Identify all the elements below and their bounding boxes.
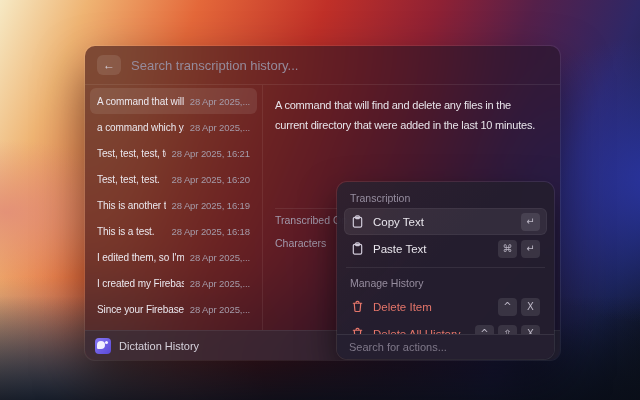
return-key: ↵: [521, 213, 540, 231]
list-item-title: Since your Firebase...: [97, 304, 184, 315]
list-item-title: a command which y...: [97, 122, 184, 133]
action-copy-text[interactable]: Copy Text ↵: [344, 208, 547, 235]
action-label: Copy Text: [373, 216, 512, 228]
list-item[interactable]: A command that will... 28 Apr 2025,...: [90, 88, 257, 114]
list-item-date: 28 Apr 2025, 16:20: [172, 174, 251, 185]
x-key: X: [521, 298, 540, 316]
popup-section-title: Manage History: [344, 273, 547, 293]
actions-search-input[interactable]: Search for actions...: [349, 341, 447, 353]
list-item[interactable]: This is another test. 28 Apr 2025, 16:19: [90, 192, 257, 218]
list-item[interactable]: Test, test, test. 28 Apr 2025, 16:20: [90, 166, 257, 192]
list-item[interactable]: a command which y... 28 Apr 2025,...: [90, 114, 257, 140]
app-icon-dot: [105, 341, 108, 344]
list-item-date: 28 Apr 2025,...: [190, 278, 250, 289]
app-icon-blob: [97, 341, 105, 349]
return-key: ↵: [521, 240, 540, 258]
search-bar: ← Search transcription history...: [85, 46, 560, 85]
list-item-title: This is another test.: [97, 200, 166, 211]
action-label: Delete Item: [373, 301, 489, 313]
list-item-date: 28 Apr 2025, 16:18: [172, 226, 251, 237]
list-item[interactable]: I created my Firebas... 28 Apr 2025,...: [90, 270, 257, 296]
list-item-date: 28 Apr 2025,...: [190, 122, 250, 133]
popup-section-title: Transcription: [344, 188, 547, 208]
list-item-title: Test, test, test.: [97, 174, 160, 185]
search-input[interactable]: Search transcription history...: [131, 58, 298, 73]
actions-search-bar: Search for actions...: [337, 334, 554, 359]
list-item-title: I created my Firebas...: [97, 278, 184, 289]
app-name: Dictation History: [119, 340, 199, 352]
list-item-date: 28 Apr 2025,...: [190, 96, 250, 107]
transcription-list: A command that will... 28 Apr 2025,... a…: [85, 85, 263, 330]
list-item-date: 28 Apr 2025,...: [190, 304, 250, 315]
shortcut-keys: ⌘ ↵: [498, 240, 540, 258]
shortcut-keys: ^ X: [498, 298, 540, 316]
list-item-title: A command that will...: [97, 96, 184, 107]
transcription-text: A command that will find and delete any …: [275, 95, 544, 136]
list-item-title: This is a test.: [97, 226, 154, 237]
control-key: ^: [498, 298, 517, 316]
list-item-date: 28 Apr 2025,...: [190, 252, 250, 263]
list-item[interactable]: This is a test. 28 Apr 2025, 16:18: [90, 218, 257, 244]
back-button[interactable]: ←: [97, 55, 121, 75]
list-item-date: 28 Apr 2025, 16:19: [172, 200, 251, 211]
action-label: Paste Text: [373, 243, 489, 255]
list-item-title: Test, test, test, test.: [97, 148, 166, 159]
dictation-app-icon: [95, 338, 111, 354]
list-item-title: I edited them, so I'm...: [97, 252, 184, 263]
clipboard-icon: [351, 215, 364, 228]
list-item[interactable]: Test, test, test, test. 28 Apr 2025, 16:…: [90, 140, 257, 166]
clipboard-icon: [351, 242, 364, 255]
actions-popup: Transcription Copy Text ↵ Paste Text: [337, 182, 554, 359]
dictation-history-window: ← Search transcription history... A comm…: [85, 46, 560, 360]
popup-divider: [346, 267, 545, 268]
actions-popup-content: Transcription Copy Text ↵ Paste Text: [337, 182, 554, 347]
back-arrow-icon: ←: [103, 59, 115, 71]
trash-icon: [351, 300, 364, 313]
list-item[interactable]: I edited them, so I'm... 28 Apr 2025,...: [90, 244, 257, 270]
action-paste-text[interactable]: Paste Text ⌘ ↵: [344, 235, 547, 262]
list-item-date: 28 Apr 2025, 16:21: [172, 148, 251, 159]
list-item[interactable]: Since your Firebase... 28 Apr 2025,...: [90, 296, 257, 322]
action-delete-item[interactable]: Delete Item ^ X: [344, 293, 547, 320]
meta-label-characters: Characters: [275, 237, 326, 249]
window-body: A command that will... 28 Apr 2025,... a…: [85, 85, 560, 330]
command-key: ⌘: [498, 240, 517, 258]
shortcut-keys: ↵: [521, 213, 540, 231]
